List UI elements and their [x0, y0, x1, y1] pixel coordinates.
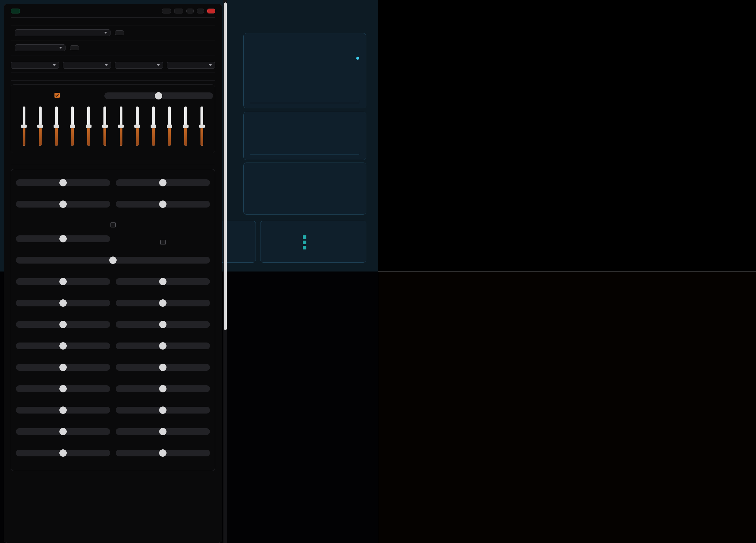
slider-thumb[interactable] — [59, 179, 67, 186]
layout-select[interactable] — [15, 44, 65, 51]
slider-thumb[interactable] — [159, 179, 167, 186]
slider-thumb[interactable] — [59, 385, 67, 392]
eq-band-slider[interactable] — [184, 107, 187, 146]
eq-band-slider[interactable] — [103, 107, 106, 146]
slider-thumb[interactable] — [159, 278, 167, 285]
eq-band-slider[interactable] — [136, 107, 139, 146]
slider-thumb[interactable] — [159, 449, 167, 457]
top-left-select[interactable] — [11, 62, 59, 69]
background-opacity-slider[interactable] — [116, 278, 210, 285]
treble-jitter-slider[interactable] — [16, 428, 110, 435]
slider-margin — [116, 177, 210, 193]
top-right-select[interactable] — [63, 62, 111, 69]
slider-background-reactivity — [16, 297, 110, 313]
high-swatch-icon — [303, 246, 306, 249]
panel-scrollbar[interactable] — [223, 0, 227, 543]
slider-thumb[interactable] — [59, 235, 67, 242]
auto-regenerate-control — [116, 233, 210, 249]
bottom-right-select[interactable] — [167, 62, 215, 69]
slider-thumb[interactable] — [109, 257, 117, 264]
close-button[interactable] — [207, 9, 215, 13]
slider-thumb[interactable] — [59, 342, 67, 350]
eq-band-2k — [113, 104, 129, 148]
band-smoothing-slider[interactable] — [116, 364, 210, 371]
bass-stretch-slider[interactable] — [116, 407, 210, 414]
slider-thumb[interactable] — [155, 92, 162, 99]
propagation-decay-slider[interactable] — [116, 321, 210, 328]
use-system-audio-button[interactable] — [115, 30, 124, 35]
slider-thumb[interactable] — [159, 299, 167, 307]
link-radius-slider[interactable] — [16, 343, 110, 349]
links-per-node-slider[interactable] — [116, 343, 210, 349]
enable-eq-checkbox[interactable] — [54, 93, 60, 98]
cluster-strength-slider[interactable] — [16, 407, 110, 414]
drift-slider[interactable] — [116, 385, 210, 392]
slider-thumb[interactable] — [159, 406, 167, 414]
global-eq-section-title — [11, 73, 215, 81]
back-arrow-button[interactable] — [186, 9, 194, 13]
eq-band-slider[interactable] — [39, 107, 42, 146]
slider-thumb[interactable] — [59, 428, 67, 435]
background-reactivity-slider[interactable] — [16, 300, 110, 306]
meter-line — [250, 100, 359, 103]
slider-treble-jitter — [16, 426, 110, 442]
eq-band-slider[interactable] — [23, 107, 25, 146]
slider-thumb[interactable] — [59, 278, 67, 285]
slider-thumb[interactable] — [59, 449, 67, 457]
slider-thumb[interactable] — [159, 342, 167, 350]
stop-audio-button[interactable] — [11, 9, 20, 13]
eq-band-slider[interactable] — [120, 107, 122, 146]
slider-thumb[interactable] — [159, 321, 167, 328]
enable-eq-control[interactable] — [16, 93, 101, 99]
nodes-slider[interactable] — [16, 235, 110, 242]
input-device-select[interactable] — [15, 29, 110, 36]
bottom-left-select[interactable] — [115, 62, 163, 69]
slider-thumb[interactable] — [59, 406, 67, 414]
slider-background-nodes — [16, 276, 110, 292]
gate-threshold-slider[interactable] — [16, 201, 110, 208]
eq-band-slider[interactable] — [152, 107, 155, 146]
eq-band-slider[interactable] — [168, 107, 171, 146]
slider-thumb[interactable] — [159, 364, 167, 371]
eq-band-slider[interactable] — [200, 107, 203, 146]
slider-thumb[interactable] — [159, 385, 167, 392]
sensitivity-slider[interactable] — [16, 364, 110, 371]
bands-pie-chart — [265, 227, 295, 257]
focus-button[interactable] — [70, 45, 79, 50]
audio-section-title — [11, 18, 215, 25]
fullscreen-button[interactable] — [162, 9, 171, 13]
auto-regenerate-checkbox[interactable] — [160, 240, 166, 245]
slider-sensitivity — [16, 361, 110, 377]
background-threshold-slider[interactable] — [116, 300, 210, 306]
bands-legend — [303, 234, 309, 249]
line-width-slider[interactable] — [116, 450, 210, 456]
slider-thumb[interactable] — [59, 200, 67, 208]
gate-hold-slider[interactable] — [116, 201, 210, 208]
audio-debug-checkbox[interactable] — [110, 222, 116, 227]
background-nodes-slider[interactable] — [16, 278, 110, 285]
quadrant-cell-top-right — [63, 59, 111, 69]
slider-thumb[interactable] — [159, 428, 167, 435]
regen-interval-slider[interactable] — [16, 257, 210, 264]
slider-line-width — [116, 447, 210, 463]
slider-thumb[interactable] — [59, 321, 67, 328]
help-button[interactable] — [174, 9, 183, 13]
forward-arrow-button[interactable] — [197, 9, 204, 13]
fill-slider[interactable] — [16, 179, 110, 186]
preamp-slider[interactable] — [104, 92, 213, 99]
slider-thumb[interactable] — [59, 364, 67, 371]
signal-propagation-slider[interactable] — [16, 321, 110, 328]
slider-thumb[interactable] — [159, 200, 167, 208]
decay-slider[interactable] — [16, 385, 110, 392]
eq-band-slider[interactable] — [87, 107, 90, 146]
eq-band-slider[interactable] — [55, 107, 58, 146]
slider-drift — [116, 383, 210, 399]
scrollbar-thumb[interactable] — [224, 2, 227, 330]
margin-slider[interactable] — [116, 179, 210, 186]
waterfall-3d-quadrant — [378, 0, 756, 271]
brightness-slider[interactable] — [116, 428, 210, 435]
glow-slider[interactable] — [16, 450, 110, 456]
eq-band-250 — [64, 104, 80, 148]
slider-thumb[interactable] — [59, 299, 67, 307]
eq-band-slider[interactable] — [71, 107, 74, 146]
